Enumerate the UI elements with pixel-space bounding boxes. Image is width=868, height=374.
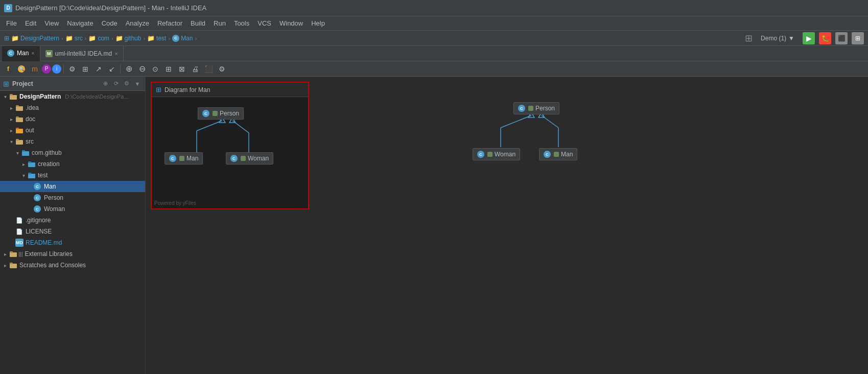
title-bar: D DesignPattern [D:\Code\idea\DesignPatt… (0, 0, 868, 16)
toolbar-settings-btn[interactable]: ⚙ (216, 63, 228, 75)
svg-rect-6 (16, 129, 23, 133)
menu-help[interactable]: Help (307, 17, 329, 29)
menu-file[interactable]: File (2, 17, 21, 29)
nav-sep5: › (168, 35, 170, 41)
tree-label-gitignore: .gitignore (25, 217, 51, 224)
tree-src[interactable]: ▾ src (0, 136, 145, 147)
tree-out[interactable]: ▸ out (0, 125, 145, 136)
folder-out-icon (15, 126, 24, 134)
tab-uml-close[interactable]: × (114, 51, 118, 57)
search-icon: 🔍 (18, 65, 25, 73)
tree-person-file[interactable]: ▸ C Person (0, 192, 145, 203)
nav-src[interactable]: 📁 src (65, 35, 83, 42)
menu-tools[interactable]: Tools (230, 17, 253, 29)
tree-label-out: out (25, 127, 34, 134)
menu-vcs[interactable]: VCS (253, 17, 275, 29)
tree-woman-file[interactable]: ▸ C Woman (0, 203, 145, 215)
toolbar-i-btn[interactable]: i (52, 64, 61, 74)
more-button[interactable]: ⊞ (852, 32, 864, 44)
tree-readme[interactable]: ▸ MD README.md (0, 237, 145, 248)
diagram-box: ⊞ Diagram for Man C (151, 82, 309, 209)
sidebar-expand-btn[interactable]: ▼ (133, 79, 142, 88)
tree-gitignore[interactable]: ▸ 📄 .gitignore (0, 215, 145, 226)
large-woman-label: Woman (495, 151, 515, 158)
tree-test[interactable]: ▾ test (0, 170, 145, 181)
tree-arrow-src: ▾ (8, 138, 14, 145)
nav-man[interactable]: C Man (172, 35, 193, 42)
large-man-label: Man (561, 151, 573, 158)
toolbar-search-btn[interactable]: 🔍 (15, 63, 28, 75)
tab-man-close[interactable]: × (31, 50, 34, 56)
diagram-node-man[interactable]: C Man (165, 152, 203, 165)
menu-navigate[interactable]: Navigate (63, 17, 97, 29)
menu-build[interactable]: Build (186, 17, 209, 29)
tree-external-libs[interactable]: ▸ ||| External Libraries (0, 248, 145, 260)
svg-rect-8 (16, 140, 23, 145)
tree-man-file[interactable]: ▸ C Man (0, 181, 145, 192)
svg-rect-13 (28, 161, 31, 163)
diagram-box-title: ⊞ Diagram for Man (152, 83, 308, 97)
tree-arrow-doc: ▸ (8, 116, 14, 122)
tree-doc[interactable]: ▸ doc (0, 113, 145, 125)
toolbar-import-btn[interactable]: ↙ (106, 63, 118, 75)
menu-code[interactable]: Code (98, 17, 122, 29)
tab-uml[interactable]: M uml-iIntelliJ IDEA.md × (40, 46, 124, 61)
nav-test[interactable]: 📁 test (147, 35, 166, 42)
debug-button[interactable]: 🐛 (819, 32, 831, 44)
svg-rect-7 (16, 128, 19, 129)
toolbar-zoom-out-btn[interactable]: ⊖ (136, 63, 148, 75)
toolbar-export-btn[interactable]: ↗ (92, 63, 105, 75)
folder-idea-icon (15, 104, 24, 112)
toolbar-m-btn[interactable]: m (29, 63, 41, 75)
diagram-title-icon: ⊞ (156, 86, 161, 94)
toolbar-sep2 (120, 64, 121, 74)
toolbar-p-btn[interactable]: P (42, 64, 51, 74)
menu-view[interactable]: View (40, 17, 63, 29)
man-access-icon (179, 156, 184, 161)
demo-dropdown[interactable]: Demo (1) ▼ (757, 34, 799, 43)
toolbar-f-btn[interactable]: f (2, 63, 14, 75)
tree-label-external: External Libraries (24, 250, 73, 258)
tab-man[interactable]: C Man × (2, 46, 40, 61)
tree-creation[interactable]: ▸ creation (0, 158, 145, 170)
stop-button[interactable]: ⬛ (835, 32, 848, 44)
tree-com-github[interactable]: ▾ com.github (0, 147, 145, 158)
toolbar-zoom-in-btn[interactable]: ⊕ (123, 63, 135, 75)
toolbar-filter-btn[interactable]: ⚙ (66, 63, 78, 75)
menu-run[interactable]: Run (209, 17, 230, 29)
tree-scratches[interactable]: ▸ Scratches and Consoles (0, 260, 145, 271)
nav-com[interactable]: 📁 com (88, 35, 109, 42)
large-diagram-node-woman[interactable]: C Woman (473, 148, 520, 160)
tree-label-creation: creation (37, 160, 60, 168)
large-diagram-node-person[interactable]: C Person (513, 102, 559, 114)
tab-bar: C Man × M uml-iIntelliJ IDEA.md × (0, 46, 868, 61)
menu-window[interactable]: Window (275, 17, 307, 29)
sidebar-config-btn[interactable]: ⚙ (122, 79, 131, 88)
tree-designpattern[interactable]: ▾ DesignPattern D:\Code\idea\DesignPa... (0, 91, 145, 102)
tree-label-man: Man (43, 183, 56, 190)
menu-analyze[interactable]: Analyze (122, 17, 153, 29)
tree-idea[interactable]: ▸ .idea (0, 102, 145, 113)
tree-license[interactable]: ▸ 📄 LICENSE (0, 226, 145, 237)
sidebar-add-btn[interactable]: ⊕ (101, 79, 110, 88)
nav-designpattern[interactable]: 📁 DesignPattern (11, 35, 59, 42)
large-diagram-node-man[interactable]: C Man (539, 148, 577, 160)
svg-rect-19 (10, 263, 13, 264)
run-button[interactable]: ▶ (803, 32, 815, 44)
menu-refactor[interactable]: Refactor (153, 17, 186, 29)
menu-edit[interactable]: Edit (21, 17, 40, 29)
toolbar-print2-btn[interactable]: ⬛ (202, 63, 215, 75)
tree-arrow-test: ▾ (20, 172, 27, 178)
toolbar-grid-btn[interactable]: ⊞ (162, 63, 175, 75)
toolbar-layout-btn[interactable]: ⊞ (79, 63, 91, 75)
diagram-node-woman[interactable]: C Woman (226, 152, 273, 165)
toolbar-print-btn[interactable]: 🖨 (189, 63, 201, 75)
toolbar-snap-btn[interactable]: ⊠ (176, 63, 188, 75)
toolbar-zoom-fit-btn[interactable]: ⊙ (149, 63, 161, 75)
svg-rect-9 (16, 139, 19, 141)
nav-github[interactable]: 📁 github (115, 35, 142, 42)
woman-label: Woman (248, 155, 269, 162)
sidebar-sync-btn[interactable]: ⟳ (111, 79, 121, 88)
svg-rect-4 (16, 118, 23, 122)
diagram-node-person[interactable]: C Person (198, 107, 244, 120)
